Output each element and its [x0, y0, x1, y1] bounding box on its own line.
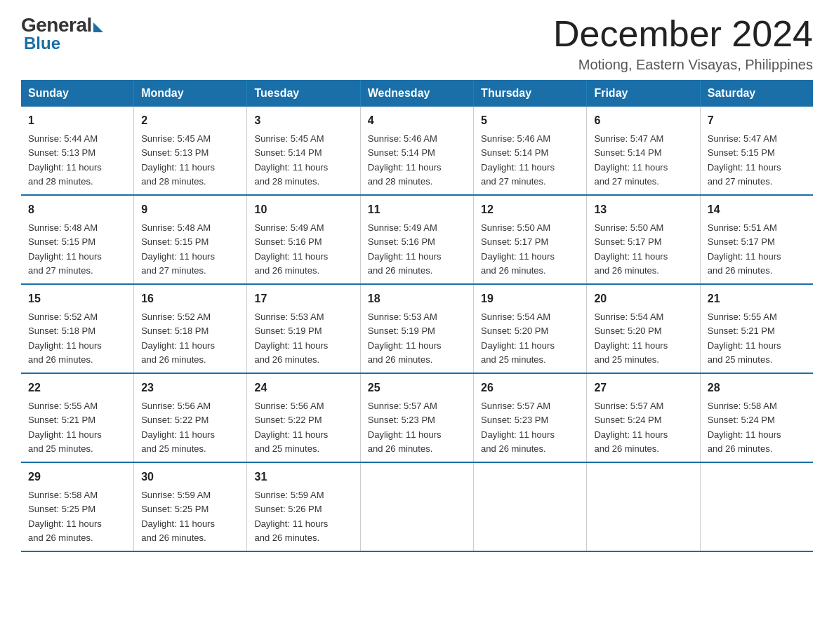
- calendar-cell: 23Sunrise: 5:56 AMSunset: 5:22 PMDayligh…: [134, 373, 247, 462]
- calendar-cell: [587, 462, 700, 551]
- day-number: 21: [708, 290, 806, 307]
- subtitle: Motiong, Eastern Visayas, Philippines: [553, 57, 813, 73]
- logo-triangle-icon: [93, 22, 103, 32]
- day-info: Sunrise: 5:53 AMSunset: 5:19 PMDaylight:…: [254, 311, 328, 365]
- day-info: Sunrise: 5:58 AMSunset: 5:24 PMDaylight:…: [708, 401, 781, 454]
- calendar-cell: 21Sunrise: 5:55 AMSunset: 5:21 PMDayligh…: [700, 284, 813, 373]
- day-number: 1: [28, 112, 126, 129]
- day-number: 3: [254, 112, 352, 129]
- calendar-cell: 13Sunrise: 5:50 AMSunset: 5:17 PMDayligh…: [587, 195, 700, 284]
- day-info: Sunrise: 5:45 AMSunset: 5:13 PMDaylight:…: [141, 133, 215, 187]
- day-number: 2: [141, 112, 239, 129]
- calendar-cell: 6Sunrise: 5:47 AMSunset: 5:14 PMDaylight…: [587, 107, 700, 195]
- calendar-cell: 27Sunrise: 5:57 AMSunset: 5:24 PMDayligh…: [587, 373, 700, 462]
- day-number: 22: [28, 380, 126, 396]
- day-number: 30: [141, 469, 239, 485]
- calendar-cell: 24Sunrise: 5:56 AMSunset: 5:22 PMDayligh…: [247, 373, 360, 462]
- day-info: Sunrise: 5:49 AMSunset: 5:16 PMDaylight:…: [368, 222, 442, 276]
- calendar-cell: 19Sunrise: 5:54 AMSunset: 5:20 PMDayligh…: [474, 284, 587, 373]
- calendar-cell: 12Sunrise: 5:50 AMSunset: 5:17 PMDayligh…: [474, 195, 587, 284]
- day-info: Sunrise: 5:48 AMSunset: 5:15 PMDaylight:…: [141, 222, 215, 276]
- calendar-cell: [474, 462, 587, 551]
- header-day-tuesday: Tuesday: [247, 80, 360, 107]
- day-number: 4: [368, 112, 466, 129]
- calendar-cell: 11Sunrise: 5:49 AMSunset: 5:16 PMDayligh…: [360, 195, 473, 284]
- calendar-table: SundayMondayTuesdayWednesdayThursdayFrid…: [21, 80, 813, 552]
- day-info: Sunrise: 5:59 AMSunset: 5:26 PMDaylight:…: [254, 490, 328, 543]
- day-info: Sunrise: 5:52 AMSunset: 5:18 PMDaylight:…: [28, 311, 102, 365]
- day-number: 31: [254, 469, 352, 485]
- calendar-header-row: SundayMondayTuesdayWednesdayThursdayFrid…: [21, 80, 813, 107]
- day-number: 25: [368, 380, 466, 396]
- day-number: 12: [481, 201, 579, 218]
- header-day-monday: Monday: [134, 80, 247, 107]
- header-day-thursday: Thursday: [474, 80, 587, 107]
- day-number: 8: [28, 201, 126, 218]
- calendar-cell: 17Sunrise: 5:53 AMSunset: 5:19 PMDayligh…: [247, 284, 360, 373]
- calendar-cell: 29Sunrise: 5:58 AMSunset: 5:25 PMDayligh…: [21, 462, 134, 551]
- day-info: Sunrise: 5:48 AMSunset: 5:15 PMDaylight:…: [28, 222, 102, 276]
- calendar-cell: 26Sunrise: 5:57 AMSunset: 5:23 PMDayligh…: [474, 373, 587, 462]
- calendar-cell: 3Sunrise: 5:45 AMSunset: 5:14 PMDaylight…: [247, 107, 360, 195]
- day-number: 27: [594, 380, 692, 396]
- day-number: 11: [368, 201, 466, 218]
- header-day-saturday: Saturday: [700, 80, 813, 107]
- day-info: Sunrise: 5:44 AMSunset: 5:13 PMDaylight:…: [28, 133, 102, 187]
- calendar-cell: 25Sunrise: 5:57 AMSunset: 5:23 PMDayligh…: [360, 373, 473, 462]
- calendar-cell: 30Sunrise: 5:59 AMSunset: 5:25 PMDayligh…: [134, 462, 247, 551]
- day-number: 16: [141, 290, 239, 307]
- main-title: December 2024: [553, 14, 813, 54]
- calendar-cell: 4Sunrise: 5:46 AMSunset: 5:14 PMDaylight…: [360, 107, 473, 195]
- calendar-cell: 14Sunrise: 5:51 AMSunset: 5:17 PMDayligh…: [700, 195, 813, 284]
- calendar-cell: 20Sunrise: 5:54 AMSunset: 5:20 PMDayligh…: [587, 284, 700, 373]
- calendar-cell: 31Sunrise: 5:59 AMSunset: 5:26 PMDayligh…: [247, 462, 360, 551]
- day-number: 14: [708, 201, 806, 218]
- day-info: Sunrise: 5:45 AMSunset: 5:14 PMDaylight:…: [254, 133, 328, 187]
- calendar-cell: 2Sunrise: 5:45 AMSunset: 5:13 PMDaylight…: [134, 107, 247, 195]
- day-number: 7: [708, 112, 806, 129]
- day-info: Sunrise: 5:57 AMSunset: 5:24 PMDaylight:…: [594, 401, 668, 454]
- day-number: 18: [368, 290, 466, 307]
- calendar-week-row: 1Sunrise: 5:44 AMSunset: 5:13 PMDaylight…: [21, 107, 813, 195]
- day-info: Sunrise: 5:47 AMSunset: 5:14 PMDaylight:…: [594, 133, 668, 187]
- calendar-cell: 10Sunrise: 5:49 AMSunset: 5:16 PMDayligh…: [247, 195, 360, 284]
- day-info: Sunrise: 5:55 AMSunset: 5:21 PMDaylight:…: [28, 401, 102, 454]
- calendar-cell: [700, 462, 813, 551]
- calendar-cell: 22Sunrise: 5:55 AMSunset: 5:21 PMDayligh…: [21, 373, 134, 462]
- calendar-cell: 9Sunrise: 5:48 AMSunset: 5:15 PMDaylight…: [134, 195, 247, 284]
- logo-blue-text: Blue: [24, 34, 60, 53]
- calendar-cell: 8Sunrise: 5:48 AMSunset: 5:15 PMDaylight…: [21, 195, 134, 284]
- day-number: 9: [141, 201, 239, 218]
- calendar-cell: 18Sunrise: 5:53 AMSunset: 5:19 PMDayligh…: [360, 284, 473, 373]
- header-day-friday: Friday: [587, 80, 700, 107]
- page-header: General Blue December 2024 Motiong, East…: [21, 14, 813, 73]
- day-info: Sunrise: 5:47 AMSunset: 5:15 PMDaylight:…: [708, 133, 781, 187]
- day-number: 6: [594, 112, 692, 129]
- day-number: 20: [594, 290, 692, 307]
- header-day-sunday: Sunday: [21, 80, 134, 107]
- day-number: 28: [708, 380, 806, 396]
- day-number: 23: [141, 380, 239, 396]
- day-info: Sunrise: 5:46 AMSunset: 5:14 PMDaylight:…: [368, 133, 442, 187]
- calendar-cell: 1Sunrise: 5:44 AMSunset: 5:13 PMDaylight…: [21, 107, 134, 195]
- day-info: Sunrise: 5:52 AMSunset: 5:18 PMDaylight:…: [141, 311, 215, 365]
- logo: General Blue: [21, 14, 103, 53]
- day-number: 15: [28, 290, 126, 307]
- day-number: 24: [254, 380, 352, 396]
- calendar-cell: 16Sunrise: 5:52 AMSunset: 5:18 PMDayligh…: [134, 284, 247, 373]
- day-info: Sunrise: 5:59 AMSunset: 5:25 PMDaylight:…: [141, 490, 215, 543]
- day-info: Sunrise: 5:57 AMSunset: 5:23 PMDaylight:…: [481, 401, 555, 454]
- day-info: Sunrise: 5:50 AMSunset: 5:17 PMDaylight:…: [481, 222, 555, 276]
- calendar-cell: 28Sunrise: 5:58 AMSunset: 5:24 PMDayligh…: [700, 373, 813, 462]
- title-block: December 2024 Motiong, Eastern Visayas, …: [553, 14, 813, 73]
- calendar-week-row: 22Sunrise: 5:55 AMSunset: 5:21 PMDayligh…: [21, 373, 813, 462]
- day-info: Sunrise: 5:55 AMSunset: 5:21 PMDaylight:…: [708, 311, 781, 365]
- day-info: Sunrise: 5:57 AMSunset: 5:23 PMDaylight:…: [368, 401, 442, 454]
- day-info: Sunrise: 5:50 AMSunset: 5:17 PMDaylight:…: [594, 222, 668, 276]
- calendar-cell: 5Sunrise: 5:46 AMSunset: 5:14 PMDaylight…: [474, 107, 587, 195]
- day-number: 29: [28, 469, 126, 485]
- calendar-week-row: 29Sunrise: 5:58 AMSunset: 5:25 PMDayligh…: [21, 462, 813, 551]
- day-number: 19: [481, 290, 579, 307]
- day-info: Sunrise: 5:49 AMSunset: 5:16 PMDaylight:…: [254, 222, 328, 276]
- calendar-cell: [360, 462, 473, 551]
